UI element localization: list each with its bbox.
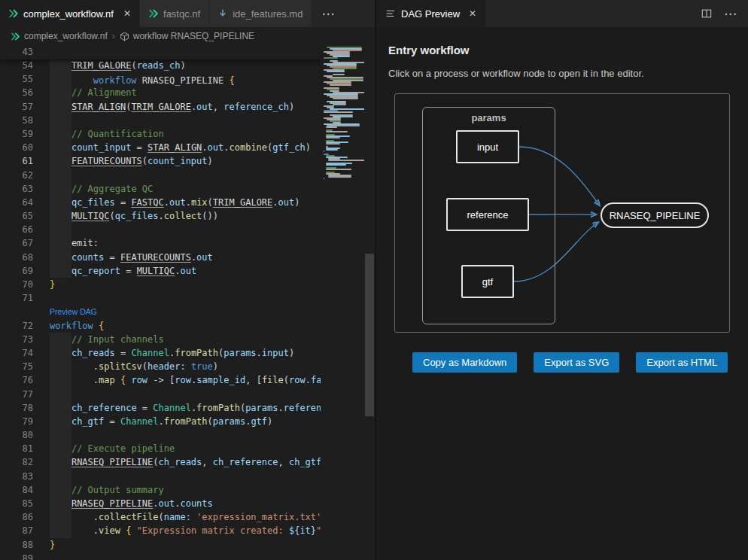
- code-line[interactable]: 73 // Input channels: [0, 333, 375, 346]
- minimap-line: [324, 111, 353, 113]
- code-token: [50, 156, 71, 166]
- code-token: FEATURECOUNTS: [71, 156, 142, 166]
- code-line[interactable]: 84 // Output summary: [0, 483, 375, 497]
- code-line[interactable]: 86 .collectFile(name: 'expression_matrix…: [0, 510, 375, 524]
- code-line[interactable]: 69 qc_report = MULTIQC.out: [0, 264, 375, 278]
- code-line[interactable]: 74 ch_reads = Channel.fromPath(params.in…: [0, 346, 375, 360]
- code-token: row: [289, 375, 306, 385]
- line-number: 67: [0, 236, 33, 250]
- code-line[interactable]: 68 counts = FEATURECOUNTS.out: [0, 251, 375, 264]
- export-as-html-button[interactable]: Export as HTML: [636, 352, 728, 373]
- editor-tab-fastqc-nf[interactable]: fastqc.nf: [140, 0, 209, 27]
- code-line[interactable]: 89: [0, 552, 375, 560]
- line-content: workflow RNASEQ_PIPELINE {: [93, 75, 235, 86]
- code-line[interactable]: 77: [0, 388, 375, 401]
- line-number: 80: [0, 428, 33, 442]
- code-token: row: [131, 375, 147, 385]
- code-token: // Output summary: [71, 485, 164, 495]
- line-content: // Aggregate QC: [50, 184, 153, 194]
- code-token: [50, 334, 71, 345]
- panel-body: Entry workflow Click on a process or wor…: [376, 27, 748, 560]
- code-token: =: [137, 403, 154, 413]
- codelens-link[interactable]: Preview DAG: [50, 307, 97, 316]
- code-line[interactable]: 60 count_input = STAR_ALIGN.out.combine(…: [0, 141, 375, 154]
- code-line[interactable]: 62: [0, 169, 375, 182]
- code-line[interactable]: 61 FEATURECOUNTS(count_input): [0, 154, 375, 168]
- split-editor-icon[interactable]: [701, 8, 712, 19]
- code-token: ): [289, 348, 294, 358]
- code-line[interactable]: 59 // Quantification: [0, 127, 375, 141]
- editor-scrollbar[interactable]: [364, 45, 375, 560]
- line-content: counts = FEATURECOUNTS.out: [50, 252, 213, 263]
- code-line[interactable]: 66: [0, 223, 375, 236]
- editor-tabbar: complex_workflow.nf✕fastqc.nfide_feature…: [0, 0, 375, 27]
- minimap[interactable]: [321, 45, 364, 560]
- tab-overflow-button[interactable]: ⋯: [312, 0, 344, 27]
- line-number: 43: [0, 45, 33, 59]
- code-line[interactable]: 83: [0, 470, 375, 483]
- code-token: ): [267, 416, 272, 427]
- line-number: 85: [0, 497, 33, 510]
- line-content: .view { "Expression matrix created: ${it…: [50, 525, 333, 536]
- code-token: (: [208, 416, 213, 427]
- copy-as-markdown-button[interactable]: Copy as Markdown: [412, 352, 517, 373]
- breadcrumb-file[interactable]: complex_workflow.nf: [24, 31, 108, 41]
- code-line[interactable]: 71: [0, 291, 375, 305]
- code-line[interactable]: 63 // Aggregate QC: [0, 182, 375, 196]
- sticky-scroll-line[interactable]: 43 workflow RNASEQ_PIPELINE {: [0, 45, 364, 59]
- code-line[interactable]: 75 .splitCsv(header: true): [0, 360, 375, 373]
- close-icon[interactable]: ✕: [123, 8, 131, 19]
- line-number: 59: [0, 127, 33, 141]
- code-token: ch_gtf: [71, 416, 104, 427]
- code-line[interactable]: 70}: [0, 278, 375, 291]
- code-line[interactable]: 78 ch_reference = Channel.fromPath(param…: [0, 401, 375, 415]
- code-line[interactable]: 80: [0, 428, 375, 442]
- close-icon[interactable]: ✕: [469, 8, 476, 19]
- code-line[interactable]: 79 ch_gtf = Channel.fromPath(params.gtf): [0, 415, 375, 428]
- code-token: qc_files: [115, 211, 159, 221]
- line-content: Preview DAG: [50, 306, 97, 317]
- code-line[interactable]: 64 qc_files = FASTQC.out.mix(TRIM_GALORE…: [0, 196, 375, 209]
- dag-node-rnaseq-pipeline[interactable]: RNASEQ_PIPELINE: [601, 202, 709, 228]
- code-token: .: [186, 197, 191, 208]
- code-line[interactable]: 72workflow {: [0, 319, 375, 333]
- line-content: RNASEQ_PIPELINE(ch_reads, ch_reference, …: [50, 457, 327, 467]
- editor-tab-complex-workflow-nf[interactable]: complex_workflow.nf✕: [0, 0, 140, 27]
- minimap-line: [326, 126, 337, 128]
- code-line[interactable]: 81 // Execute pipeline: [0, 442, 375, 455]
- scrollbar-thumb[interactable]: [365, 254, 374, 416]
- dag-node-input[interactable]: input: [456, 130, 519, 163]
- code-editor[interactable]: 54 TRIM_GALORE(reads_ch)5556 // Alignmen…: [0, 45, 375, 560]
- minimap-line: [333, 98, 358, 99]
- code-line[interactable]: 76 .map { row -> [row.sample_id, [file(r…: [0, 373, 375, 387]
- line-content: qc_files = FASTQC.out.mix(TRIM_GALORE.ou…: [50, 197, 300, 208]
- code-token: sample_id: [196, 375, 245, 385]
- dag-node-gtf[interactable]: gtf: [461, 265, 514, 298]
- line-number: 88: [0, 538, 33, 552]
- code-token: count_input: [71, 142, 131, 153]
- code-line[interactable]: 67 emit:: [0, 236, 375, 250]
- code-token: ,: [278, 457, 288, 467]
- dag-node-reference[interactable]: reference: [446, 198, 529, 231]
- code-token: gtf: [251, 416, 267, 427]
- minimap-line: [326, 137, 340, 138]
- code-line[interactable]: 88}: [0, 538, 375, 552]
- editor-tab-ide-features-md[interactable]: ide_features.md: [209, 0, 312, 27]
- breadcrumb[interactable]: complex_workflow.nf › workflow RNASEQ_PI…: [0, 27, 375, 45]
- breadcrumb-symbol[interactable]: workflow RNASEQ_PIPELINE: [133, 31, 254, 41]
- code-token: fromPath: [196, 403, 240, 413]
- code-line[interactable]: 58: [0, 114, 375, 127]
- code-token: .: [50, 525, 99, 536]
- code-line[interactable]: 82 RNASEQ_PIPELINE(ch_reads, ch_referenc…: [0, 455, 375, 469]
- code-line[interactable]: 65 MULTIQC(qc_files.collect()): [0, 209, 375, 223]
- codelens-row[interactable]: Preview DAG: [0, 305, 375, 318]
- line-number: 63: [0, 182, 33, 196]
- code-token: [50, 403, 71, 413]
- code-line[interactable]: 87 .view { "Expression matrix created: $…: [0, 524, 375, 537]
- code-token: [50, 498, 71, 509]
- export-as-svg-button[interactable]: Export as SVG: [534, 352, 619, 373]
- minimap-line: [324, 57, 338, 59]
- code-line[interactable]: 85 RNASEQ_PIPELINE.out.counts: [0, 497, 375, 510]
- tab-dag-preview[interactable]: DAG Preview ✕: [376, 0, 486, 27]
- more-actions-icon[interactable]: ⋯: [724, 6, 737, 22]
